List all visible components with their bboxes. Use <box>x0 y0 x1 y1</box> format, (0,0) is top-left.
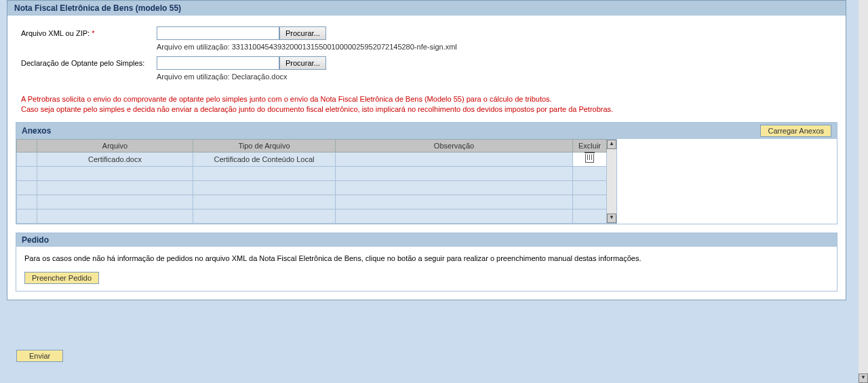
col-obs: Observação <box>336 139 573 152</box>
table-row <box>17 209 607 223</box>
pedido-title: Pedido <box>22 235 49 245</box>
pedido-panel: Pedido Para os casos onde não há informa… <box>16 233 837 291</box>
col-del: Excluir <box>573 139 607 152</box>
table-row <box>17 180 607 195</box>
table-row <box>17 195 607 209</box>
nfe-panel: Nota Fiscal Eletrônica de Bens (modelo 5… <box>7 0 846 300</box>
xml-browse-button[interactable]: Procurar... <box>279 26 326 40</box>
table-row <box>17 166 607 180</box>
pedido-text: Para os casos onde não há informação de … <box>24 254 829 264</box>
upload-form: Arquivo XML ou ZIP: * Procurar... Arquiv… <box>7 16 846 92</box>
scroll-down-icon[interactable]: ▼ <box>607 214 616 223</box>
preencher-pedido-button[interactable]: Preencher Pedido <box>24 272 99 284</box>
table-row[interactable]: Certificado.docx Certificado de Conteúdo… <box>17 152 607 166</box>
scroll-up-icon[interactable]: ▲ <box>607 140 616 149</box>
trash-icon[interactable] <box>585 154 594 163</box>
page-scrollbar[interactable]: ▼ <box>859 0 868 383</box>
enviar-button[interactable]: Enviar <box>16 350 63 362</box>
decl-file-input[interactable] <box>157 56 279 70</box>
col-file: Arquivo <box>37 139 193 152</box>
carregar-anexos-button[interactable]: Carregar Anexos <box>760 125 831 137</box>
warning-text: A Petrobras solicita o envio do comprova… <box>21 94 832 115</box>
decl-label: Declaração de Optante pelo Simples: <box>21 59 157 67</box>
panel-title: Nota Fiscal Eletrônica de Bens (modelo 5… <box>7 1 846 16</box>
cell-obs <box>336 152 573 166</box>
cell-file: Certificado.docx <box>37 152 193 166</box>
xml-in-use: Arquivo em utilização: 33131004543932000… <box>157 43 832 51</box>
xml-file-input[interactable] <box>157 26 279 40</box>
scroll-down-icon[interactable]: ▼ <box>859 374 868 383</box>
anexos-scrollbar[interactable]: ▲ ▼ <box>607 139 617 224</box>
anexos-panel: Anexos Carregar Anexos Arquivo Tipo de A… <box>16 122 837 224</box>
decl-in-use: Arquivo em utilização: Declaração.docx <box>157 73 832 81</box>
cell-type: Certificado de Conteúdo Local <box>193 152 336 166</box>
anexos-title: Anexos <box>22 126 51 136</box>
required-mark: * <box>92 29 94 37</box>
col-type: Tipo de Arquivo <box>193 139 336 152</box>
decl-browse-button[interactable]: Procurar... <box>279 56 326 70</box>
xml-label: Arquivo XML ou ZIP: * <box>21 29 157 37</box>
col-expand <box>17 139 37 152</box>
anexos-table: Arquivo Tipo de Arquivo Observação Exclu… <box>16 139 607 224</box>
